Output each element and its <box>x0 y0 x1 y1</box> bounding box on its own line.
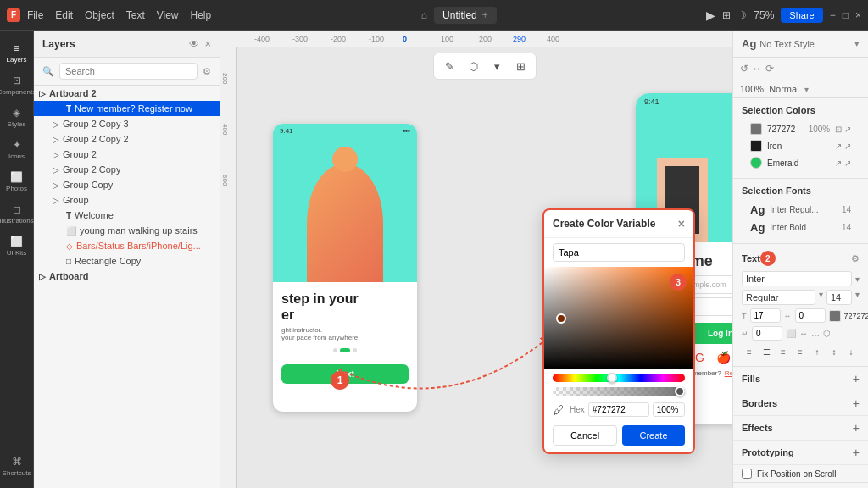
font-name-display[interactable]: Inter <box>742 271 852 286</box>
register-link[interactable]: Register now <box>725 369 732 377</box>
layer-group2-copy[interactable]: ▷ Group 2 Copy <box>34 162 220 177</box>
align-justify-btn[interactable]: ≡ <box>793 344 808 359</box>
font-style-display[interactable]: Regular <box>742 290 815 305</box>
fix-scroll-checkbox[interactable] <box>742 469 752 479</box>
hue-thumb[interactable] <box>607 373 617 383</box>
layer-artboard[interactable]: ▷ Artboard <box>34 269 220 284</box>
layer-artboard2[interactable]: ▷ Artboard 2 <box>34 86 220 101</box>
layer-welcome[interactable]: T Welcome <box>34 208 220 223</box>
align-right-btn[interactable]: ≡ <box>776 344 791 359</box>
search-input[interactable] <box>59 63 198 80</box>
menu-object[interactable]: Object <box>85 9 114 21</box>
create-button[interactable]: Create <box>622 425 685 446</box>
menu-edit[interactable]: Edit <box>55 9 73 21</box>
apple-icon[interactable]: 🍎 <box>716 351 731 364</box>
color-swatch-emerald[interactable] <box>750 157 762 169</box>
text-btm-btn[interactable]: ↓ <box>843 344 859 359</box>
font-dropdown[interactable]: ▾ <box>855 274 860 284</box>
active-tab[interactable]: Untitled + <box>434 7 497 24</box>
cancel-button[interactable]: Cancel <box>553 425 617 446</box>
grid-button[interactable]: ⊞ <box>722 9 731 21</box>
color-picker-handle[interactable] <box>556 313 566 324</box>
close-button[interactable]: × <box>855 9 861 21</box>
rotate-icon[interactable]: ⟳ <box>765 63 774 75</box>
font-style-dropdown[interactable]: ▾ <box>819 290 823 305</box>
layers-close-icon[interactable]: × <box>204 37 211 50</box>
layer-text-new-member[interactable]: T New member? Register now <box>34 101 220 116</box>
layer-rectangle-copy[interactable]: □ Rectangle Copy <box>34 253 220 269</box>
layer-group2[interactable]: ▷ Group 2 <box>34 147 220 162</box>
sidebar-item-illustrations[interactable]: ◻ Illustrations <box>2 198 32 229</box>
normal-dropdown[interactable]: ▾ <box>804 85 809 94</box>
play-button[interactable]: ▶ <box>706 8 715 22</box>
sidebar-item-photos[interactable]: ⬜ Photos <box>2 166 32 197</box>
text-style-label[interactable]: No Text Style <box>760 39 854 49</box>
color-gradient-picker[interactable]: 3 <box>544 267 693 369</box>
layer-group2-copy3[interactable]: ▷ Group 2 Copy 3 <box>34 116 220 131</box>
artboard1[interactable]: 9:41 ▪▪▪ step in your er ght instructor.… <box>273 124 417 412</box>
fix-scroll-label[interactable]: Fix Position on Scroll <box>742 469 860 479</box>
fills-add-btn[interactable]: + <box>853 372 860 385</box>
home-icon[interactable]: ⌂ <box>421 9 427 21</box>
prototyping-add-btn[interactable]: + <box>853 446 860 459</box>
sidebar-item-styles[interactable]: ◈ Styles <box>2 102 32 132</box>
dialog-close-btn[interactable]: × <box>678 217 685 230</box>
text-style-dropdown[interactable]: ▾ <box>854 38 860 49</box>
minimize-button[interactable]: − <box>830 9 836 21</box>
normal-label[interactable]: Normal <box>769 84 798 94</box>
dropdown-arrow[interactable]: ▾ <box>487 56 507 76</box>
share-button[interactable]: Share <box>781 8 822 23</box>
color-swatch-iron[interactable] <box>750 140 762 152</box>
layers-eye-icon[interactable]: 👁 <box>189 38 199 50</box>
font-size-dropdown[interactable]: ▾ <box>855 290 860 305</box>
canvas-area[interactable]: -400 -300 -200 -100 0 100 200 290 400 20… <box>220 30 732 488</box>
text-adjust-icon[interactable]: ⚙ <box>851 253 860 264</box>
hue-track[interactable] <box>553 374 685 382</box>
reset-icon[interactable]: ↺ <box>740 63 748 75</box>
layer-bars-status[interactable]: ◇ Bars/Status Bars/iPhone/Lig... <box>34 238 220 253</box>
opacity-thumb[interactable] <box>675 386 685 396</box>
sidebar-item-layers[interactable]: ≡ Layers <box>2 37 32 68</box>
menu-help[interactable]: Help <box>191 9 212 21</box>
text-mid-btn[interactable]: ↕ <box>826 344 842 359</box>
sidebar-item-shortcuts[interactable]: ⌘ Shortcuts <box>2 451 32 481</box>
layer-group[interactable]: ▷ Group <box>34 192 220 208</box>
layer-group-copy[interactable]: ▷ Group Copy <box>34 177 220 192</box>
wrap-icon[interactable]: ⬜ <box>786 329 796 338</box>
effects-add-btn[interactable]: + <box>853 421 860 435</box>
maximize-button[interactable]: □ <box>843 9 849 21</box>
borders-add-btn[interactable]: + <box>853 396 860 410</box>
opacity-value-input[interactable] <box>653 402 685 417</box>
color-name-input[interactable] <box>553 243 685 262</box>
layers-filter-icon[interactable]: ⚙ <box>203 66 211 77</box>
moon-button[interactable]: ☽ <box>737 9 747 21</box>
overflow-icon[interactable]: ↔ <box>799 329 808 338</box>
opacity-track[interactable] <box>553 387 685 396</box>
grid-tool[interactable]: ⊞ <box>510 56 531 76</box>
sidebar-item-icons[interactable]: ✦ Icons <box>2 134 32 164</box>
pencil-tool[interactable]: ✎ <box>439 56 459 76</box>
eyedropper-btn[interactable]: 🖊 <box>553 403 565 417</box>
menu-text[interactable]: Text <box>126 9 145 21</box>
align-center-btn[interactable]: ☰ <box>759 344 774 359</box>
google-icon[interactable]: G <box>695 351 704 364</box>
hex-value-input[interactable] <box>588 402 649 417</box>
char-spacing-input[interactable] <box>795 308 826 323</box>
ellipsis-icon[interactable]: … <box>811 329 820 338</box>
indent-input[interactable] <box>752 326 782 341</box>
menu-file[interactable]: File <box>27 9 43 21</box>
line-height-input[interactable] <box>750 308 781 323</box>
align-left-btn[interactable]: ≡ <box>742 344 757 359</box>
color-swatch-727272[interactable] <box>750 123 762 135</box>
font-size-display[interactable]: 14 <box>826 290 852 305</box>
sidebar-item-components[interactable]: ⊡ Components <box>2 69 32 100</box>
more-text-icon[interactable]: ⬡ <box>823 329 831 338</box>
text-top-btn[interactable]: ↑ <box>810 344 825 359</box>
sidebar-item-uikits[interactable]: ⬜ UI Kits <box>2 230 32 261</box>
layer-young-man[interactable]: ⬜ young man walking up stairs <box>34 223 220 238</box>
layer-group2-copy2[interactable]: ▷ Group 2 Copy 2 <box>34 131 220 147</box>
flip-h-icon[interactable]: ↔ <box>752 63 762 75</box>
mask-tool[interactable]: ⬡ <box>463 56 483 76</box>
menu-view[interactable]: View <box>157 9 179 21</box>
text-color-swatch[interactable] <box>829 310 841 322</box>
